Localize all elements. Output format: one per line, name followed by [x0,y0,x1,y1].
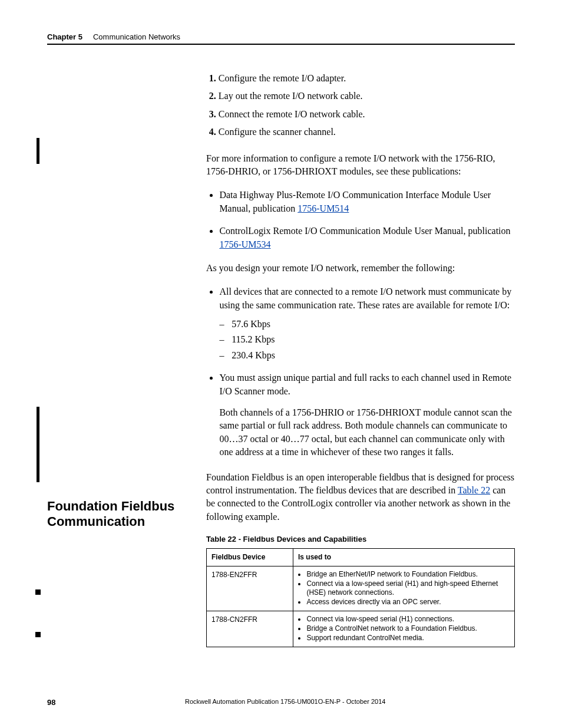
step-item: Configure the scanner channel. [219,126,515,139]
list-item: Data Highway Plus-Remote I/O Communicati… [219,189,515,215]
page: Chapter 5 Communication Networks Configu… [0,0,562,728]
page-number: 98 [47,698,55,707]
list-text: All devices that are connected to a remo… [219,286,511,309]
rate-item: 115.2 Kbps [232,333,515,346]
change-marker-icon [35,589,41,595]
publication-info: Rockwell Automation Publication 1756-UM0… [55,698,515,707]
list-text: You must assign unique partial and full … [219,373,511,396]
chapter-label: Chapter 5 [47,32,82,41]
usage-item: Support redundant ControlNet media. [306,634,510,643]
rate-item: 230.4 Kbps [232,349,515,362]
usage-cell: Connect via low-speed serial (H1) connec… [293,611,515,647]
page-header: Chapter 5 Communication Networks [47,32,515,45]
usage-item: Connect via a low-speed serial (H1) and … [306,579,510,597]
step-item: Configure the remote I/O adapter. [219,72,515,85]
device-cell: 1788-EN2FFR [207,566,293,611]
usage-item: Access devices directly via an OPC serve… [306,598,510,607]
content-column: Configure the remote I/O adapter. Lay ou… [206,72,515,459]
table-caption: Table 22 - Fieldbus Devices and Capabili… [206,534,515,545]
device-cell: 1788-CN2FFR [207,611,293,647]
body-paragraph: For more information to configure a remo… [206,152,515,179]
list-paragraph: Both channels of a 1756-DHRIO or 1756-DH… [219,406,515,459]
section-heading: Foundation Fieldbus Communication [47,499,177,530]
publication-link[interactable]: 1756-UM514 [297,203,349,213]
design-list: All devices that are connected to a remo… [206,285,515,459]
list-item: All devices that are connected to a remo… [219,285,515,362]
list-item: ControlLogix Remote I/O Communication Mo… [219,225,515,251]
usage-cell: Bridge an EtherNet/IP network to Foundat… [293,566,515,611]
fieldbus-table: Fieldbus Device Is used to 1788-EN2FFR B… [206,548,515,647]
step-item: Connect the remote I/O network cable. [219,108,515,121]
usage-item: Connect via low-speed serial (H1) connec… [306,615,510,624]
rate-item: 57.6 Kbps [232,318,515,331]
step-item: Lay out the remote I/O network cable. [219,90,515,103]
table-header-row: Fieldbus Device Is used to [207,549,515,566]
body-paragraph: Foundation Fieldbus is an open interoper… [206,471,515,524]
step-list: Configure the remote I/O adapter. Lay ou… [206,72,515,139]
list-text: Data Highway Plus-Remote I/O Communicati… [219,190,491,213]
usage-item: Bridge a ControlNet network to a Foundat… [306,624,510,633]
table-row: 1788-EN2FFR Bridge an EtherNet/IP networ… [207,566,515,611]
publication-list: Data Highway Plus-Remote I/O Communicati… [206,189,515,251]
table-header: Is used to [293,549,515,566]
change-bar-icon [37,138,39,164]
list-text: ControlLogix Remote I/O Communication Mo… [219,226,510,236]
page-footer: 98 Rockwell Automation Publication 1756-… [47,698,515,707]
table-row: 1788-CN2FFR Connect via low-speed serial… [207,611,515,647]
publication-link[interactable]: 1756-UM534 [219,239,270,249]
body-paragraph: As you design your remote I/O network, r… [206,262,515,275]
list-item: You must assign unique partial and full … [219,371,515,459]
rate-list: 57.6 Kbps 115.2 Kbps 230.4 Kbps [219,318,515,362]
change-bar-icon [37,407,39,482]
usage-item: Bridge an EtherNet/IP network to Foundat… [306,570,510,579]
table-link[interactable]: Table 22 [458,485,490,495]
chapter-name: Communication Networks [93,32,180,41]
table-header: Fieldbus Device [207,549,293,566]
change-marker-icon [35,632,41,637]
section-content: Foundation Fieldbus is an open interoper… [206,471,515,648]
